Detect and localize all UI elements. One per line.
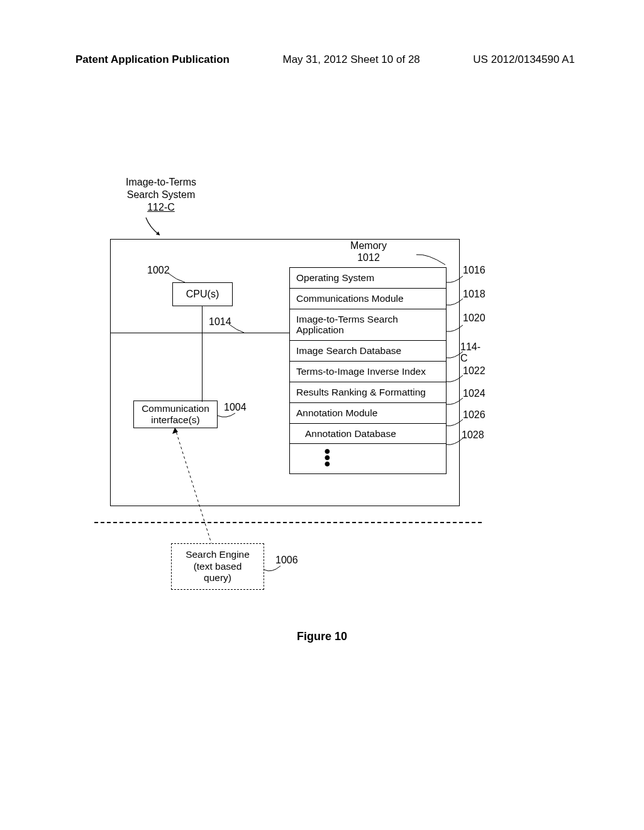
system-title-line2: Search System <box>127 189 195 200</box>
se-l1: Search Engine <box>186 549 250 560</box>
leader-line-icon <box>218 411 236 422</box>
header-right: US 2012/0134590 A1 <box>473 53 575 66</box>
leader-line-icon <box>447 297 465 309</box>
ref-cpu: 1002 <box>147 265 170 276</box>
memory-row-ellipsis: ●●● <box>290 444 446 474</box>
cpu-box: CPU(s) <box>172 282 233 306</box>
comm-l2: interface(s) <box>151 414 200 425</box>
memory-title: Memory 1012 <box>331 240 406 263</box>
leader-line-icon <box>169 271 187 284</box>
memory-row: Results Ranking & Formatting <box>290 382 446 403</box>
system-title-line1: Image-to-Terms <box>126 177 196 187</box>
se-l3: query) <box>204 572 231 583</box>
memory-row: Operating System <box>290 268 446 289</box>
memory-title-l2: 1012 <box>357 252 380 263</box>
memory-row: Annotation Database <box>290 424 446 445</box>
leader-line-icon <box>447 324 465 335</box>
search-engine-box: Search Engine (text based query) <box>171 543 264 590</box>
memory-row-label: Annotation Database <box>305 428 396 439</box>
memory-row: Terms-to-Image Inverse Index <box>290 362 446 382</box>
memory-row-label: Communications Module <box>296 293 404 304</box>
ref-memory-row: 1020 <box>463 313 486 324</box>
figure-caption: Figure 10 <box>0 630 644 643</box>
ref-memory-row: 1016 <box>463 265 486 276</box>
ref-bus: 1014 <box>209 316 231 328</box>
se-l2: (text based <box>194 561 242 572</box>
leader-line-icon <box>447 350 465 362</box>
ref-memory-row: 1018 <box>463 289 486 300</box>
memory-table: Operating System Communications Module I… <box>289 267 447 474</box>
cpu-label: CPU(s) <box>186 289 219 300</box>
vertical-ellipsis-icon: ●●● <box>324 448 331 467</box>
page-header: Patent Application Publication May 31, 2… <box>75 53 575 66</box>
memory-row: Communications Module <box>290 289 446 309</box>
arrow-icon <box>143 216 158 231</box>
leader-line-icon <box>447 374 465 385</box>
leader-line-icon <box>264 565 282 576</box>
leader-line-icon <box>447 397 465 408</box>
header-center: May 31, 2012 Sheet 10 of 28 <box>282 53 419 66</box>
leader-line-icon <box>230 323 245 334</box>
memory-row-label: Operating System <box>296 272 374 283</box>
memory-row: Image Search Database <box>290 341 446 362</box>
svg-line-0 <box>175 428 211 543</box>
leader-line-icon <box>416 251 447 266</box>
memory-row-label: Image-to-Terms Search Application <box>296 314 398 336</box>
leader-line-icon <box>447 418 465 429</box>
dashed-connector-line <box>164 428 220 553</box>
system-title-ref: 112-C <box>147 202 175 213</box>
memory-row-label: Results Ranking & Formatting <box>296 387 426 397</box>
bus-vertical <box>202 306 203 402</box>
bus-horizontal <box>111 333 289 333</box>
ref-memory-row: 1022 <box>463 365 486 377</box>
memory-row: Annotation Module <box>290 403 446 424</box>
comm-box: Communication interface(s) <box>133 401 218 428</box>
system-frame: 1002 CPU(s) 1014 Memory 1012 Operating S… <box>110 239 460 506</box>
comm-l1: Communication <box>142 403 209 414</box>
header-left: Patent Application Publication <box>75 53 230 66</box>
memory-title-l1: Memory <box>350 240 387 251</box>
memory-row-label: Annotation Module <box>296 407 377 418</box>
ref-memory-row: 1024 <box>463 388 486 399</box>
memory-row-label: Terms-to-Image Inverse Index <box>296 366 426 377</box>
ref-memory-row: 1026 <box>463 409 486 421</box>
memory-row-label: Image Search Database <box>296 345 401 356</box>
leader-line-icon <box>447 437 465 448</box>
memory-row: Image-to-Terms Search Application <box>290 309 446 341</box>
leader-line-icon <box>447 275 465 286</box>
system-title: Image-to-Terms Search System 112-C <box>117 176 205 214</box>
